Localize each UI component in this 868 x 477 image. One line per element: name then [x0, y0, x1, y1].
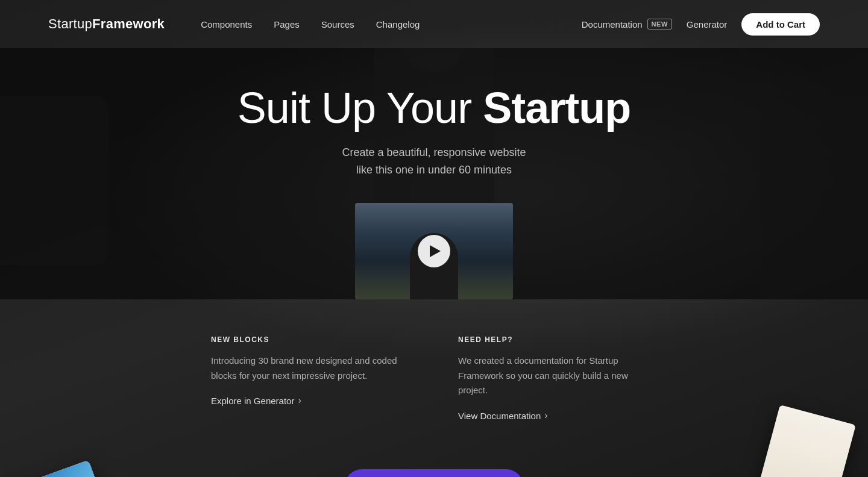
- video-thumbnail[interactable]: [355, 203, 513, 299]
- nav-item-sources[interactable]: Sources: [321, 19, 354, 30]
- nav-item-pages[interactable]: Pages: [274, 19, 300, 30]
- hero-subtitle-line2: like this one in under 60 minutes: [356, 164, 512, 176]
- feature-link-0[interactable]: Explore in Generator ›: [211, 395, 410, 406]
- feature-label-0: NEW BLOCKS: [211, 335, 410, 344]
- feature-link-text-0: Explore in Generator: [211, 396, 294, 406]
- feature-desc-0: Introducing 30 brand new designed and co…: [211, 354, 410, 384]
- feature-link-arrow-1: ›: [544, 410, 547, 421]
- play-icon: [430, 245, 441, 257]
- new-badge: NEW: [647, 19, 672, 30]
- hero-subtitle-line1: Create a beautiful, responsive website: [342, 146, 526, 158]
- hero-title-bold: Startup: [483, 84, 631, 132]
- feature-desc-1: We created a documentation for Startup F…: [458, 354, 657, 398]
- feature-label-1: NEED HELP?: [458, 335, 657, 344]
- feature-link-arrow-0: ›: [298, 395, 301, 406]
- add-to-cart-button[interactable]: Add to Cart: [741, 13, 820, 36]
- brand-name-bold: Framework: [92, 16, 165, 31]
- brand-name-light: Startup: [48, 16, 92, 31]
- play-button[interactable]: [418, 235, 450, 267]
- nav-docs[interactable]: Documentation NEW: [582, 19, 672, 30]
- nav-generator[interactable]: Generator: [687, 19, 728, 30]
- feature-link-1[interactable]: View Documentation ›: [458, 410, 657, 421]
- feature-new-blocks: NEW BLOCKS Introducing 30 brand new desi…: [211, 335, 410, 421]
- navbar: StartupFramework Components Pages Source…: [0, 0, 868, 48]
- nav-docs-label: Documentation: [582, 19, 643, 30]
- nav-links: Components Pages Sources Changelog: [201, 19, 582, 30]
- hero-subtitle: Create a beautiful, responsive website l…: [12, 144, 856, 179]
- feature-link-text-1: View Documentation: [458, 411, 541, 421]
- brand-logo[interactable]: StartupFramework: [48, 16, 165, 32]
- hero-section: Suit Up Your Startup Create a beautiful,…: [0, 48, 868, 299]
- hero-title: Suit Up Your Startup: [12, 84, 856, 132]
- nav-item-components[interactable]: Components: [201, 19, 252, 30]
- features-section: NEW BLOCKS Introducing 30 brand new desi…: [0, 299, 868, 477]
- hero-title-light: Suit Up Your: [237, 84, 483, 132]
- features-grid: NEW BLOCKS Introducing 30 brand new desi…: [0, 299, 868, 457]
- generate-website-button[interactable]: Generate Your Website: [345, 469, 523, 477]
- nav-item-changelog[interactable]: Changelog: [376, 19, 420, 30]
- nav-right: Documentation NEW Generator Add to Cart: [582, 13, 820, 36]
- feature-need-help: NEED HELP? We created a documentation fo…: [458, 335, 657, 421]
- cta-section: Generate Your Website: [0, 457, 868, 477]
